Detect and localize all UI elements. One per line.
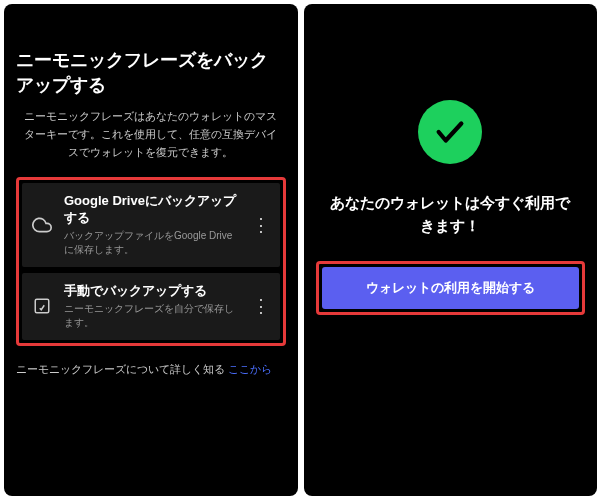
option-title: 手動でバックアップする bbox=[64, 283, 240, 300]
option-desc: ニーモニックフレーズを自分で保存します。 bbox=[64, 302, 240, 330]
backup-google-drive-option[interactable]: Google Driveにバックアップする バックアップファイルをGoogle … bbox=[22, 183, 280, 267]
option-title: Google Driveにバックアップする bbox=[64, 193, 240, 227]
highlight-box: Google Driveにバックアップする バックアップファイルをGoogle … bbox=[16, 177, 286, 346]
option-text: 手動でバックアップする ニーモニックフレーズを自分で保存します。 bbox=[64, 283, 240, 330]
learn-more-row: ニーモニックフレーズについて詳しく知る ここから bbox=[16, 362, 286, 377]
learn-more-link[interactable]: ここから bbox=[228, 363, 272, 375]
backup-screen: ニーモニックフレーズをバックアップする ニーモニックフレーズはあなたのウォレット… bbox=[4, 4, 298, 496]
more-icon[interactable]: ⋮ bbox=[250, 214, 272, 236]
backup-manual-option[interactable]: 手動でバックアップする ニーモニックフレーズを自分で保存します。 ⋮ bbox=[22, 273, 280, 340]
more-icon[interactable]: ⋮ bbox=[250, 295, 272, 317]
ready-screen: あなたのウォレットは今すぐ利用できます！ ウォレットの利用を開始する bbox=[304, 4, 598, 496]
start-wallet-button[interactable]: ウォレットの利用を開始する bbox=[322, 267, 580, 309]
ready-message: あなたのウォレットは今すぐ利用できます！ bbox=[316, 192, 586, 237]
success-check-icon bbox=[418, 100, 482, 164]
center-content: あなたのウォレットは今すぐ利用できます！ ウォレットの利用を開始する bbox=[316, 100, 586, 315]
page-title: ニーモニックフレーズをバックアップする bbox=[16, 48, 286, 98]
cloud-icon bbox=[30, 215, 54, 235]
edit-icon bbox=[30, 297, 54, 315]
page-description: ニーモニックフレーズはあなたのウォレットのマスターキーです。これを使用して、任意… bbox=[16, 108, 286, 161]
highlight-box: ウォレットの利用を開始する bbox=[316, 261, 586, 315]
learn-more-prefix: ニーモニックフレーズについて詳しく知る bbox=[16, 363, 228, 375]
option-text: Google Driveにバックアップする バックアップファイルをGoogle … bbox=[64, 193, 240, 257]
svg-rect-0 bbox=[35, 300, 49, 314]
option-desc: バックアップファイルをGoogle Driveに保存します。 bbox=[64, 229, 240, 257]
